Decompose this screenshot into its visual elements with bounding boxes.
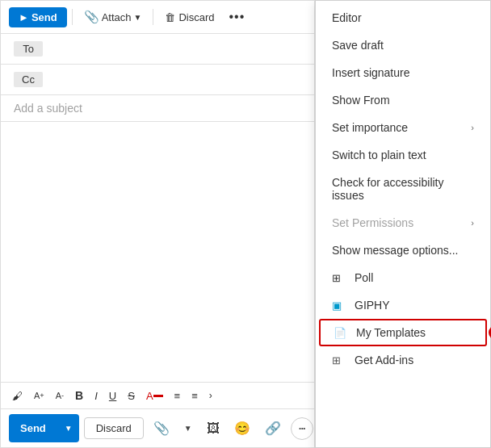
attach-bottom-button[interactable]: 📎: [149, 417, 174, 439]
font-color-button[interactable]: A: [141, 387, 168, 405]
menu-item-insert-signature[interactable]: Insert signature: [316, 59, 490, 86]
separator-1: [72, 9, 73, 25]
cc-label: Cc: [14, 72, 43, 87]
underline-button[interactable]: U: [104, 387, 121, 405]
font-size-decrease-button[interactable]: A-: [51, 387, 69, 404]
cc-row: Cc: [1, 65, 314, 95]
get-addins-label: Get Add-ins: [355, 354, 413, 366]
format-paint-button[interactable]: 🖌: [7, 387, 27, 405]
compose-toolbar: ► Send 📎 Attach ▼ 🗑 Discard •••: [1, 1, 314, 34]
save-draft-label: Save draft: [332, 39, 384, 52]
attach-dropdown-button[interactable]: ▼: [179, 421, 197, 436]
expand-format-button[interactable]: ›: [204, 387, 217, 404]
switch-plain-text-label: Switch to plain text: [332, 149, 426, 161]
discard-label: Discard: [178, 11, 214, 23]
menu-item-my-templates[interactable]: 📄 My Templates 2: [319, 319, 487, 346]
to-label: To: [14, 41, 43, 57]
poll-icon: ⊞: [332, 272, 346, 284]
send-button[interactable]: ► Send: [9, 7, 67, 27]
menu-item-poll[interactable]: ⊞ Poll: [316, 264, 490, 291]
paperclip-icon: 📎: [84, 10, 99, 24]
send-caret-icon[interactable]: ▼: [58, 420, 79, 437]
insert-signature-label: Insert signature: [332, 66, 410, 79]
bold-button[interactable]: B: [70, 386, 88, 405]
align-right-button[interactable]: ≡: [187, 387, 203, 405]
font-size-increase-button[interactable]: A+: [29, 387, 49, 404]
my-templates-label: My Templates: [356, 326, 426, 339]
email-body[interactable]: [1, 122, 314, 382]
my-templates-icon: 📄: [334, 327, 348, 339]
poll-label: Poll: [355, 271, 373, 284]
menu-item-show-from[interactable]: Show From: [316, 86, 490, 114]
set-importance-label: Set importance: [332, 121, 408, 134]
trash-icon: 🗑: [165, 11, 175, 23]
link-button[interactable]: 🔗: [260, 417, 286, 439]
strikethrough-button[interactable]: S: [123, 387, 140, 405]
subject-row: Add a subject: [1, 95, 314, 122]
formatting-toolbar: 🖌 A+ A- B I U S A ≡ ≡ ›: [1, 382, 314, 408]
accessibility-label: Check for accessibility issues: [332, 176, 474, 202]
giphy-label: GIPHY: [355, 299, 390, 312]
bottom-send-label: Send: [9, 418, 57, 438]
message-options-label: Show message options...: [332, 244, 458, 257]
send-label: Send: [31, 11, 57, 23]
italic-button[interactable]: I: [90, 387, 103, 405]
menu-item-save-draft[interactable]: Save draft: [316, 31, 490, 59]
subject-placeholder: Add a subject: [14, 102, 82, 115]
bottom-send-button[interactable]: Send ▼: [9, 414, 79, 442]
menu-item-get-addins[interactable]: ⊞ Get Add-ins: [316, 346, 490, 374]
to-row: To: [1, 34, 314, 65]
menu-item-editor[interactable]: Editor: [316, 4, 490, 31]
chevron-right-icon: ›: [471, 123, 474, 132]
recipients-area: To Cc Add a subject: [1, 34, 314, 382]
cc-input[interactable]: [43, 73, 301, 86]
attach-chevron-icon: ▼: [134, 13, 142, 22]
bottom-more-button[interactable]: ···: [291, 417, 313, 440]
menu-item-set-importance[interactable]: Set importance ›: [316, 114, 490, 141]
attach-button[interactable]: 📎 Attach ▼: [78, 6, 149, 28]
show-from-label: Show From: [332, 94, 390, 107]
align-left-button[interactable]: ≡: [170, 387, 186, 405]
ellipsis-icon: •••: [229, 10, 246, 24]
attach-label: Attach: [102, 11, 132, 23]
discard-button[interactable]: 🗑 Discard: [158, 7, 220, 27]
addins-icon: ⊞: [332, 354, 346, 366]
separator-2: [153, 9, 153, 25]
menu-item-giphy[interactable]: ▣ GIPHY: [316, 291, 490, 319]
menu-item-message-options[interactable]: Show message options...: [316, 237, 490, 264]
emoji-button[interactable]: 😊: [229, 417, 255, 439]
send-icon: ►: [19, 11, 29, 23]
bottom-action-bar: Send ▼ Discard 📎 ▼ 🖼 😊 🔗 ··· 1: [1, 408, 314, 447]
image-button[interactable]: 🖼: [202, 418, 225, 439]
more-dots-icon: ···: [299, 422, 305, 434]
giphy-icon: ▣: [332, 299, 346, 312]
menu-item-accessibility[interactable]: Check for accessibility issues: [316, 169, 490, 209]
to-input[interactable]: [43, 43, 301, 56]
bottom-discard-button[interactable]: Discard: [84, 417, 144, 439]
menu-item-switch-plain-text[interactable]: Switch to plain text: [316, 141, 490, 169]
menu-item-set-permissions: Set Permissions ›: [316, 209, 490, 237]
compose-window: ► Send 📎 Attach ▼ 🗑 Discard ••• To Cc A: [0, 0, 315, 448]
options-dropdown-menu: Editor Save draft Insert signature Show …: [315, 0, 491, 448]
set-permissions-label: Set Permissions: [332, 216, 413, 229]
more-options-button[interactable]: •••: [223, 6, 252, 28]
editor-label: Editor: [332, 11, 362, 24]
permissions-chevron-icon: ›: [471, 218, 474, 228]
